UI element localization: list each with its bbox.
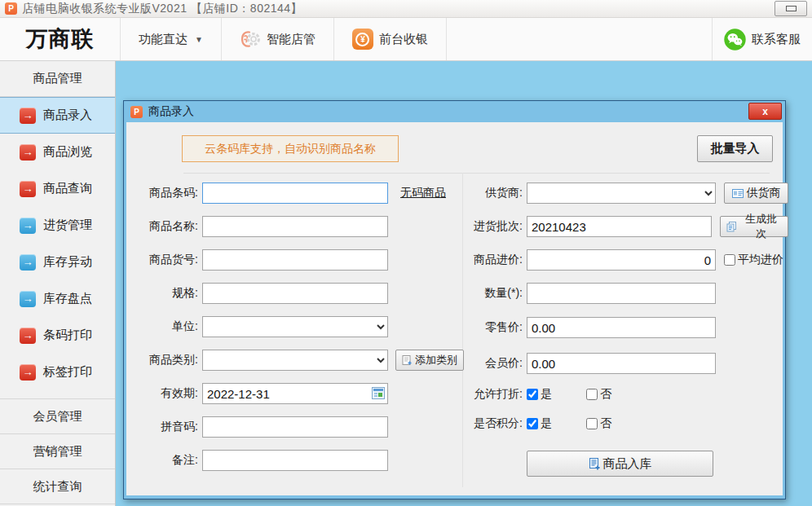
unit-select[interactable] — [202, 316, 388, 337]
batch-input[interactable] — [527, 216, 712, 237]
cost-input[interactable] — [527, 249, 716, 271]
sidebar-item-product-entry[interactable]: → 商品录入 — [0, 97, 115, 134]
sidebar-item-product-query[interactable]: → 商品查询 — [0, 170, 115, 207]
minimize-button[interactable] — [774, 1, 807, 16]
divider — [183, 173, 770, 174]
sku-input[interactable] — [202, 249, 388, 271]
supplier-button[interactable]: 供货商 — [724, 183, 788, 204]
blue-arrow-icon: → — [20, 291, 36, 307]
front-cashier-button[interactable]: ¥ 前台收银 — [334, 18, 447, 60]
sidebar-item-barcode-print[interactable]: → 条码打印 — [0, 317, 115, 354]
sidebar-item-product-browse[interactable]: → 商品浏览 — [0, 134, 115, 170]
form-right-column: 供货商: 供货商 — [456, 183, 788, 486]
sidebar-item-label: 进货管理 — [43, 218, 92, 233]
generate-batch-button[interactable]: 生成批次 — [720, 216, 788, 237]
batch-import-button[interactable]: 批量导入 — [697, 135, 773, 162]
points-yes-checkbox[interactable] — [527, 418, 538, 429]
product-name-input[interactable] — [202, 216, 388, 237]
unit-label: 单位: — [136, 319, 198, 334]
discount-no-checkbox[interactable] — [586, 389, 598, 400]
category-select[interactable] — [202, 350, 388, 371]
id-card-icon — [732, 189, 744, 198]
product-entry-dialog: P 商品录入 x 云条码库支持，自动识别商品名称 批量导入 商品条码: 无码商品 — [123, 100, 786, 499]
window-title: 店铺电脑收银系统专业版V2021 【店铺ID：802144】 — [22, 2, 302, 16]
average-cost-label: 平均进价 — [738, 253, 783, 267]
red-arrow-icon: → — [20, 328, 36, 344]
smart-store-button[interactable]: 智能店管 — [222, 18, 334, 60]
sidebar-item-label: 商品查询 — [43, 181, 92, 196]
supplier-label: 供货商: — [456, 186, 523, 200]
red-arrow-icon: → — [20, 364, 36, 381]
toolbar: 万商联 功能直达 ▼ 智能店管 ¥ 前台收银 — [0, 18, 812, 61]
sidebar-section-goods-management[interactable]: 商品管理 — [0, 61, 115, 97]
points-no-checkbox[interactable] — [586, 418, 598, 429]
sku-label: 商品货号: — [136, 253, 198, 267]
app-logo-icon: P — [5, 2, 17, 15]
barcode-input[interactable] — [202, 183, 388, 204]
retail-price-label: 零售价: — [456, 320, 523, 335]
red-arrow-icon: → — [20, 144, 36, 161]
add-category-button[interactable]: 添加类别 — [395, 350, 464, 371]
category-label: 商品类别: — [136, 353, 198, 367]
sidebar-item-stock-changes[interactable]: → 库存异动 — [0, 244, 115, 280]
quick-access-menu[interactable]: 功能直达 ▼ — [121, 18, 222, 60]
average-cost-checkbox[interactable] — [724, 254, 735, 266]
batch-label: 进货批次: — [456, 219, 523, 234]
sidebar-item-purchase-management[interactable]: → 进货管理 — [0, 207, 115, 244]
form-left-column: 商品条码: 无码商品 商品名称: 商品货号: — [136, 183, 464, 483]
supplier-select[interactable] — [527, 183, 716, 204]
average-cost-checkbox-group: 平均进价 — [724, 253, 783, 267]
contact-support-button[interactable]: 联系客服 — [712, 18, 812, 60]
red-arrow-icon: → — [20, 181, 36, 197]
sidebar-item-label: 条码打印 — [43, 328, 92, 343]
member-price-input[interactable] — [527, 353, 716, 374]
copy-icon — [726, 222, 737, 232]
close-icon: x — [762, 106, 768, 117]
sidebar-section-marketing-management[interactable]: 营销管理 — [0, 433, 115, 469]
points-yes-group: 是 — [527, 416, 552, 431]
retail-price-input[interactable] — [527, 317, 716, 338]
dialog-titlebar[interactable]: P 商品录入 x — [126, 101, 783, 122]
expiry-date-input[interactable] — [202, 383, 388, 404]
cost-label: 商品进价: — [456, 253, 523, 267]
expiry-date-field — [202, 383, 388, 404]
sidebar-section-statistics-query[interactable]: 统计查询 — [0, 469, 115, 504]
blue-arrow-icon: → — [20, 254, 36, 271]
quantity-label: 数量(*): — [456, 286, 523, 301]
close-button[interactable]: x — [748, 103, 782, 120]
sidebar-item-stocktaking[interactable]: → 库存盘点 — [0, 280, 115, 317]
no-label: 否 — [600, 387, 611, 402]
no-barcode-link[interactable]: 无码商品 — [400, 186, 446, 200]
pinyin-input[interactable] — [202, 416, 388, 438]
points-no-group: 否 — [586, 416, 611, 431]
discount-no-group: 否 — [586, 387, 611, 402]
sidebar-item-label: 商品录入 — [43, 108, 92, 123]
stock-in-button[interactable]: 商品入库 — [527, 451, 713, 477]
remark-input[interactable] — [202, 450, 388, 471]
pinyin-label: 拼音码: — [136, 420, 198, 434]
quantity-input[interactable] — [527, 283, 716, 304]
member-price-label: 会员价: — [456, 356, 523, 371]
discount-yes-checkbox[interactable] — [527, 389, 538, 400]
sidebar-item-label-print[interactable]: → 标签打印 — [0, 354, 115, 390]
earn-points-label: 是否积分: — [456, 416, 523, 431]
section-label: 会员管理 — [33, 409, 82, 425]
calendar-icon[interactable] — [372, 387, 385, 399]
stock-in-label: 商品入库 — [603, 456, 652, 472]
spec-input[interactable] — [202, 283, 388, 304]
wechat-icon — [724, 29, 746, 51]
no-label: 否 — [600, 416, 611, 431]
expiry-label: 有效期: — [136, 386, 198, 401]
section-label: 商品管理 — [33, 71, 82, 86]
allow-discount-label: 允许打折: — [456, 387, 523, 402]
brain-gear-icon — [240, 29, 261, 50]
sidebar-item-label: 库存盘点 — [43, 291, 92, 306]
application-window: P 店铺电脑收银系统专业版V2021 【店铺ID：802144】 万商联 功能直… — [0, 0, 812, 506]
minimize-icon — [786, 6, 797, 11]
front-cashier-label: 前台收银 — [379, 32, 428, 47]
barcode-label: 商品条码: — [136, 186, 198, 200]
quick-access-label: 功能直达 — [139, 32, 188, 47]
yes-label: 是 — [541, 416, 552, 431]
sidebar-section-member-management[interactable]: 会员管理 — [0, 398, 115, 434]
dialog-title: 商品录入 — [148, 104, 194, 119]
